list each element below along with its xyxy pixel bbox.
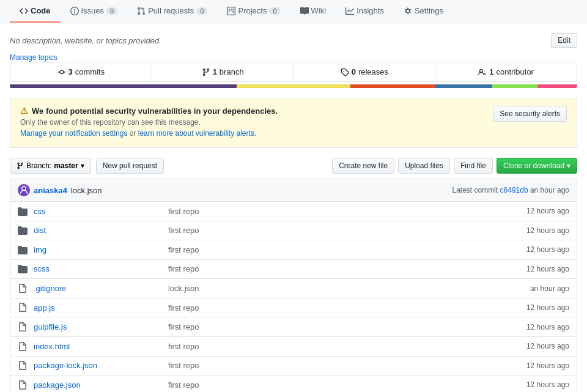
branch-selector-icon (17, 162, 24, 169)
file-commit-message: first repo (168, 342, 508, 351)
file-name-link[interactable]: gulpfile.js (34, 322, 168, 331)
file-time: 12 hours ago (508, 265, 569, 273)
file-browser-toolbar: Branch: master ▾ New pull request Create… (10, 158, 577, 174)
commit-hash-link[interactable]: c6491db (500, 186, 528, 194)
main-content: No description, website, or topics provi… (0, 23, 587, 392)
file-commit-message: first repo (168, 361, 508, 370)
commit-author-link[interactable]: aniaska4 (34, 186, 67, 195)
see-security-alerts-button[interactable]: See security alerts (493, 106, 567, 122)
file-name-link[interactable]: css (34, 207, 168, 216)
tab-wiki[interactable]: Wiki (290, 0, 336, 23)
branches-stat[interactable]: 1 branch (152, 62, 294, 81)
manage-topics-link[interactable]: Manage topics (10, 53, 57, 62)
table-row: cssfirst repo12 hours ago (10, 202, 577, 221)
file-name-link[interactable]: scss (34, 264, 168, 273)
branch-icon (202, 68, 210, 76)
tab-issues[interactable]: Issues 0 (61, 0, 128, 23)
file-name-link[interactable]: index.html (34, 342, 168, 351)
commits-count: 3 (68, 67, 73, 76)
pr-count: 0 (196, 7, 207, 15)
toolbar-left: Branch: master ▾ New pull request (10, 158, 164, 174)
file-commit-message: first repo (168, 245, 508, 254)
tab-settings[interactable]: Settings (394, 0, 453, 23)
color-segment-4 (435, 84, 492, 88)
contributors-count: 1 (489, 67, 493, 76)
releases-count: 0 (352, 67, 356, 76)
contributors-stat[interactable]: 1 contributor (435, 62, 577, 81)
color-segment-6 (537, 84, 577, 88)
table-row: package.jsonfirst repo12 hours ago (10, 375, 577, 392)
file-commit-message: first repo (168, 264, 508, 273)
contributors-icon (478, 68, 487, 76)
file-name-link[interactable]: package.json (34, 380, 168, 390)
folder-icon (18, 264, 30, 275)
insights-icon (345, 7, 354, 15)
notification-settings-link[interactable]: Manage your notification settings (20, 129, 127, 138)
commits-stat[interactable]: 3 commits (10, 62, 152, 81)
branch-dropdown-caret: ▾ (81, 161, 84, 170)
file-time: 12 hours ago (508, 207, 569, 215)
file-time: 12 hours ago (508, 245, 569, 254)
tab-insights[interactable]: Insights (336, 0, 394, 23)
file-commit-message: first repo (168, 207, 508, 216)
upload-files-button[interactable]: Upload files (398, 158, 450, 174)
file-name-link[interactable]: app.js (34, 303, 168, 312)
table-row: gulpfile.jsfirst repo12 hours ago (10, 317, 577, 336)
security-alert-links: Manage your notification settings or lea… (20, 129, 493, 138)
clone-or-download-button[interactable]: Clone or download ▾ (497, 158, 577, 174)
repo-description-text: No description, website, or topics provi… (10, 36, 161, 45)
tab-projects[interactable]: Projects 0 (217, 0, 290, 23)
releases-label: releases (358, 67, 388, 76)
file-table: cssfirst repo12 hours agodistfirst repo1… (10, 201, 577, 392)
folder-icon (18, 245, 30, 255)
pr-icon (137, 7, 146, 15)
toolbar-right: Create new file Upload files Find file C… (332, 158, 577, 174)
security-alert-title-row: ⚠ We found potential security vulnerabil… (20, 106, 493, 116)
table-row: index.htmlfirst repo12 hours ago (10, 336, 577, 356)
color-segment-2 (237, 84, 350, 88)
vulnerability-alerts-link[interactable]: learn more about vulnerability alerts (138, 129, 254, 138)
tab-pull-requests[interactable]: Pull requests 0 (127, 0, 217, 23)
settings-icon (404, 7, 412, 15)
create-new-file-button[interactable]: Create new file (332, 158, 394, 174)
branches-label: branch (220, 67, 244, 76)
author-avatar (18, 184, 30, 196)
file-name-link[interactable]: img (34, 245, 168, 254)
file-icon (18, 322, 30, 332)
tab-code[interactable]: Code (10, 0, 61, 23)
edit-description-button[interactable]: Edit (551, 33, 577, 48)
color-segment-5 (492, 84, 537, 88)
projects-icon (227, 7, 235, 15)
commits-icon (57, 68, 66, 76)
security-alert-title-text: We found potential security vulnerabilit… (32, 106, 278, 116)
security-alert-content: ⚠ We found potential security vulnerabil… (20, 106, 493, 140)
latest-commit-label: Latest commit (452, 186, 498, 194)
file-time: 12 hours ago (508, 342, 569, 350)
file-name-link[interactable]: dist (34, 226, 168, 235)
find-file-button[interactable]: Find file (454, 158, 493, 174)
commit-message-link[interactable]: lock.json (71, 186, 102, 195)
folder-icon (18, 226, 30, 236)
file-commit-message: first repo (168, 380, 508, 390)
file-time: 12 hours ago (508, 361, 569, 370)
commits-label: commits (75, 67, 105, 76)
commit-info-bar: aniaska4 lock.json Latest commit c6491db… (10, 179, 577, 201)
branch-label: Branch: (26, 161, 51, 170)
file-name-link[interactable]: .gitignore (34, 284, 168, 293)
releases-stat[interactable]: 0 releases (294, 62, 436, 81)
wiki-icon (300, 7, 309, 15)
table-row: .gitignorelock.jsonan hour ago (10, 278, 577, 298)
issues-count: 0 (106, 7, 117, 15)
table-row: imgfirst repo12 hours ago (10, 240, 577, 259)
new-pull-request-button[interactable]: New pull request (96, 158, 164, 174)
security-alert-banner: ⚠ We found potential security vulnerabil… (10, 98, 577, 148)
color-segment-1 (10, 84, 237, 88)
table-row: package-lock.jsonfirst repo12 hours ago (10, 356, 577, 375)
file-commit-message: lock.json (168, 284, 508, 293)
file-commit-message: first repo (168, 226, 508, 235)
file-name-link[interactable]: package-lock.json (34, 361, 168, 370)
branch-selector-button[interactable]: Branch: master ▾ (10, 158, 91, 174)
branches-count: 1 (213, 67, 217, 76)
file-commit-message: first repo (168, 303, 508, 312)
warning-icon: ⚠ (20, 106, 28, 116)
